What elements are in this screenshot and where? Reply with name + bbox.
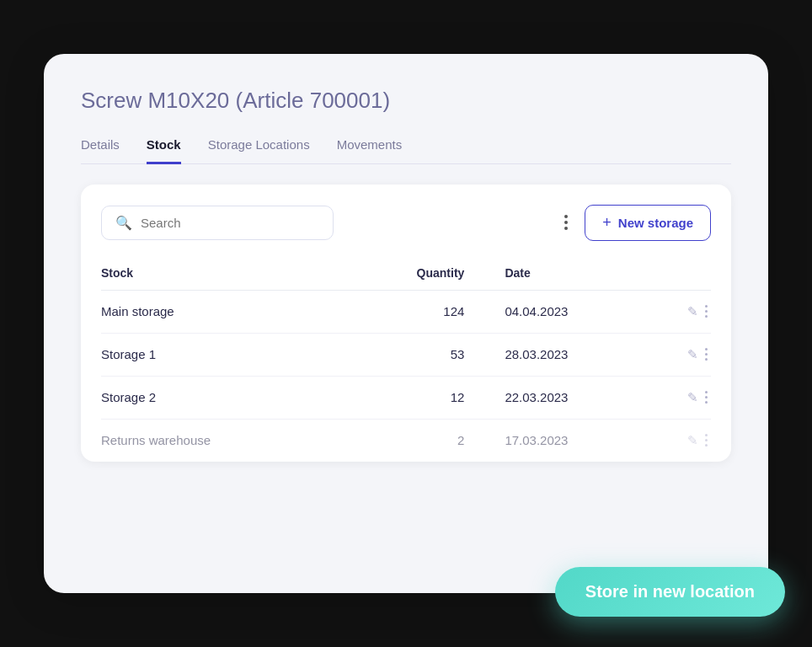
table-row: Storage 2 12 22.03.2023 ✎ bbox=[101, 376, 711, 419]
tab-bar: Details Stock Storage Locations Movement… bbox=[81, 131, 731, 164]
cell-stock-name: Storage 2 bbox=[101, 376, 329, 419]
tab-movements[interactable]: Movements bbox=[337, 131, 403, 164]
search-icon: 🔍 bbox=[115, 215, 132, 231]
cell-actions: ✎ bbox=[644, 333, 711, 376]
cell-quantity: 2 bbox=[329, 419, 498, 462]
toolbar: 🔍 + New storage bbox=[101, 205, 711, 241]
row-actions: ✎ bbox=[644, 390, 708, 405]
cell-quantity: 124 bbox=[329, 290, 498, 333]
cell-date: 04.04.2023 bbox=[498, 290, 644, 333]
table-row: Storage 1 53 28.03.2023 ✎ bbox=[101, 333, 711, 376]
edit-icon[interactable]: ✎ bbox=[687, 433, 698, 448]
cell-actions: ✎ bbox=[644, 290, 711, 333]
tab-stock[interactable]: Stock bbox=[147, 131, 181, 164]
col-header-actions bbox=[644, 258, 711, 291]
cell-date: 17.03.2023 bbox=[498, 419, 644, 462]
cell-stock-name: Storage 1 bbox=[101, 333, 329, 376]
row-more-button[interactable] bbox=[705, 391, 708, 404]
cell-actions: ✎ bbox=[644, 419, 711, 462]
more-dot1 bbox=[705, 348, 708, 351]
dot2 bbox=[564, 221, 568, 224]
more-dot2 bbox=[705, 396, 708, 399]
cell-stock-name: Main storage bbox=[101, 290, 329, 333]
edit-icon[interactable]: ✎ bbox=[687, 347, 698, 362]
col-header-stock: Stock bbox=[101, 258, 329, 291]
cell-quantity: 12 bbox=[329, 376, 498, 419]
tab-details[interactable]: Details bbox=[81, 131, 120, 164]
row-actions: ✎ bbox=[644, 347, 708, 362]
more-dot1 bbox=[705, 434, 708, 437]
cell-quantity: 53 bbox=[329, 333, 498, 376]
row-more-button[interactable] bbox=[705, 434, 708, 447]
tab-storage-locations[interactable]: Storage Locations bbox=[208, 131, 310, 164]
more-options-button[interactable] bbox=[558, 208, 574, 237]
edit-icon[interactable]: ✎ bbox=[687, 390, 698, 405]
more-dot3 bbox=[705, 444, 708, 447]
store-popup-label: Store in new location bbox=[585, 582, 755, 601]
cell-date: 28.03.2023 bbox=[498, 333, 644, 376]
edit-icon[interactable]: ✎ bbox=[687, 304, 698, 319]
cell-actions: ✎ bbox=[644, 376, 711, 419]
row-more-button[interactable] bbox=[705, 348, 708, 361]
table-row: Returns warehouse 2 17.03.2023 ✎ bbox=[101, 419, 711, 462]
more-dot3 bbox=[705, 358, 708, 361]
col-header-quantity: Quantity bbox=[329, 258, 498, 291]
storage-panel: 🔍 + New storage Stock Quantity Date bbox=[81, 184, 731, 462]
more-dot3 bbox=[705, 315, 708, 318]
store-in-new-location-popup[interactable]: Store in new location bbox=[555, 567, 785, 617]
article-name: Screw M10X20 bbox=[81, 88, 229, 113]
row-actions: ✎ bbox=[644, 433, 708, 448]
more-dot1 bbox=[705, 305, 708, 308]
main-card: Screw M10X20 (Article 700001) Details St… bbox=[44, 54, 768, 593]
col-header-date: Date bbox=[498, 258, 644, 291]
table-row: Main storage 124 04.04.2023 ✎ bbox=[101, 290, 711, 333]
article-number: (Article 700001) bbox=[236, 88, 391, 113]
search-box[interactable]: 🔍 bbox=[101, 206, 334, 240]
table-header-row: Stock Quantity Date bbox=[101, 258, 711, 291]
dot3 bbox=[564, 227, 568, 230]
plus-icon: + bbox=[602, 214, 612, 232]
row-more-button[interactable] bbox=[705, 305, 708, 318]
cell-date: 22.03.2023 bbox=[498, 376, 644, 419]
search-input[interactable] bbox=[141, 216, 319, 230]
new-storage-label: New storage bbox=[618, 216, 693, 230]
row-actions: ✎ bbox=[644, 304, 708, 319]
dot1 bbox=[564, 215, 568, 218]
article-title: Screw M10X20 (Article 700001) bbox=[81, 88, 731, 114]
more-dot2 bbox=[705, 439, 708, 442]
storage-table: Stock Quantity Date Main storage 124 04.… bbox=[101, 258, 711, 462]
more-dot3 bbox=[705, 401, 708, 404]
new-storage-button[interactable]: + New storage bbox=[585, 205, 711, 241]
more-dot2 bbox=[705, 353, 708, 356]
cell-stock-name: Returns warehouse bbox=[101, 419, 329, 462]
more-dot1 bbox=[705, 391, 708, 394]
more-dot2 bbox=[705, 310, 708, 313]
